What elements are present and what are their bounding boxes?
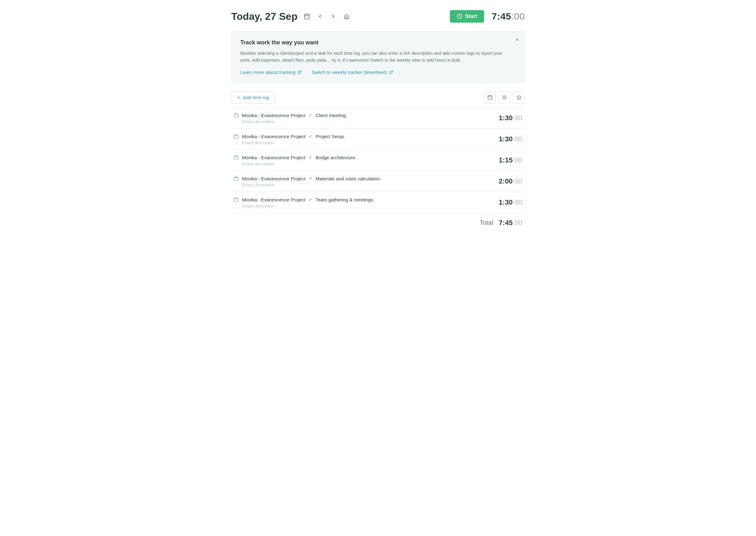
project-name: Movika - Evanescence Project — [242, 155, 306, 160]
list-view-btn[interactable] — [498, 92, 510, 104]
svg-rect-18 — [234, 178, 238, 180]
project-name: Movika - Evanescence Project — [242, 197, 306, 202]
timer-display: 7:45:00 — [492, 11, 525, 22]
log-left-1: Movika - Evanescence Project ✓ Project S… — [234, 134, 345, 145]
add-time-label: Add time log — [243, 95, 269, 100]
task-name: Project Setup. — [316, 134, 345, 139]
check-icon: ✓ — [309, 155, 312, 160]
log-hours: 1:30 — [499, 135, 513, 143]
log-top-3: Movika - Evanescence Project ✓ Materials… — [234, 176, 381, 181]
log-description: Empty description — [242, 204, 375, 208]
log-hours: 1:15 — [499, 156, 513, 164]
log-duration: 1:15:00 — [499, 156, 522, 164]
start-button[interactable]: Start — [450, 10, 484, 23]
learn-more-link[interactable]: Learn more about tracking — [240, 70, 302, 75]
time-log-item[interactable]: Movika - Evanescence Project ✓ Project S… — [231, 129, 525, 150]
arrow-right-icon — [330, 14, 336, 19]
task-name: Team gathering & meetings. — [316, 197, 375, 202]
close-banner-button[interactable]: × — [515, 37, 519, 43]
svg-rect-7 — [488, 96, 492, 100]
briefcase-icon — [234, 155, 239, 160]
log-toolbar: + Add time log — [231, 92, 525, 104]
project-name: Movika - Evanescence Project — [242, 134, 306, 139]
arrow-left-icon — [317, 14, 323, 19]
total-hours: 7:45 — [499, 219, 513, 227]
external-link-icon-2 — [389, 70, 393, 74]
svg-line-5 — [299, 71, 301, 72]
log-left-3: Movika - Evanescence Project ✓ Materials… — [234, 176, 381, 187]
page-header: Today, 27 Sep — [231, 10, 525, 23]
external-link-icon — [297, 70, 302, 74]
log-description: Empty description — [242, 119, 347, 124]
log-description: Empty description — [242, 183, 381, 187]
project-name: Movika - Evanescence Project — [242, 113, 306, 118]
svg-marker-14 — [517, 95, 521, 99]
log-top-1: Movika - Evanescence Project ✓ Project S… — [234, 134, 345, 139]
log-left-0: Movika - Evanescence Project ✓ Client me… — [234, 113, 347, 124]
log-seconds: :00 — [513, 177, 522, 185]
task-name: Materials and costs calculation. — [316, 176, 381, 181]
calendar-icon-btn[interactable] — [302, 11, 312, 21]
calendar-view-icon — [487, 95, 493, 100]
total-seconds: :00 — [513, 219, 522, 227]
log-top-4: Movika - Evanescence Project ✓ Team gath… — [234, 197, 375, 202]
log-hours: 2:00 — [499, 177, 513, 185]
svg-rect-16 — [234, 135, 238, 138]
star-icon — [516, 95, 522, 100]
header-left: Today, 27 Sep — [231, 11, 351, 22]
add-time-log-button[interactable]: + Add time log — [231, 92, 275, 104]
home-btn[interactable] — [342, 11, 351, 21]
log-top-0: Movika - Evanescence Project ✓ Client me… — [234, 113, 347, 118]
check-icon: ✓ — [309, 134, 312, 139]
time-log-item[interactable]: Movika - Evanescence Project ✓ Materials… — [231, 171, 525, 192]
time-log-list: Movika - Evanescence Project ✓ Client me… — [231, 107, 525, 213]
start-label: Start — [465, 13, 477, 19]
log-top-2: Movika - Evanescence Project ✓ Bridge ar… — [234, 155, 357, 160]
log-description: Empty description — [242, 140, 345, 145]
total-row: Total 7:45:00 — [231, 213, 525, 229]
add-icon: + — [237, 94, 240, 101]
weekly-tracker-label: Switch to weekly tracker (timesheet) — [311, 70, 387, 75]
info-banner: × Track work the way you want Besides se… — [231, 31, 525, 83]
check-icon: ✓ — [309, 113, 312, 118]
briefcase-icon — [234, 113, 239, 118]
prev-day-btn[interactable] — [315, 11, 325, 21]
log-duration: 1:30:00 — [499, 114, 522, 122]
list-view-icon — [502, 95, 507, 100]
next-day-btn[interactable] — [328, 11, 338, 21]
check-icon: ✓ — [309, 176, 312, 181]
svg-rect-15 — [234, 114, 238, 117]
log-seconds: :00 — [513, 135, 522, 143]
log-duration: 1:30:00 — [499, 198, 522, 207]
log-description: Empty description — [242, 161, 357, 166]
briefcase-icon — [234, 197, 239, 202]
time-log-item[interactable]: Movika - Evanescence Project ✓ Bridge ar… — [231, 150, 525, 171]
project-name: Movika - Evanescence Project — [242, 176, 306, 181]
total-value: 7:45:00 — [499, 219, 522, 227]
log-seconds: :00 — [513, 198, 522, 206]
log-duration: 1:30:00 — [499, 135, 522, 143]
svg-rect-19 — [234, 199, 238, 201]
header-right: Start 7:45:00 — [450, 10, 525, 23]
log-seconds: :00 — [513, 114, 522, 122]
total-label: Total — [480, 219, 493, 226]
header-nav-icons — [302, 11, 351, 21]
banner-text: Besides selecting a client/project and a… — [240, 50, 511, 64]
svg-line-6 — [391, 71, 393, 72]
timer-icon — [457, 14, 462, 19]
star-btn[interactable] — [513, 92, 525, 104]
briefcase-icon — [234, 176, 239, 181]
time-log-item[interactable]: Movika - Evanescence Project ✓ Client me… — [231, 108, 525, 129]
page-title: Today, 27 Sep — [231, 11, 297, 22]
svg-rect-17 — [234, 156, 238, 159]
task-name: Bridge architecture. — [316, 155, 357, 160]
log-hours: 1:30 — [499, 198, 513, 206]
toolbar-right-icons — [484, 92, 525, 104]
learn-more-label: Learn more about tracking — [240, 70, 296, 75]
time-log-item[interactable]: Movika - Evanescence Project ✓ Team gath… — [231, 192, 525, 213]
check-icon: ✓ — [309, 197, 312, 202]
briefcase-icon — [234, 134, 239, 139]
calendar-view-btn[interactable] — [484, 92, 496, 104]
log-left-2: Movika - Evanescence Project ✓ Bridge ar… — [234, 155, 357, 166]
weekly-tracker-link[interactable]: Switch to weekly tracker (timesheet) — [311, 70, 393, 75]
